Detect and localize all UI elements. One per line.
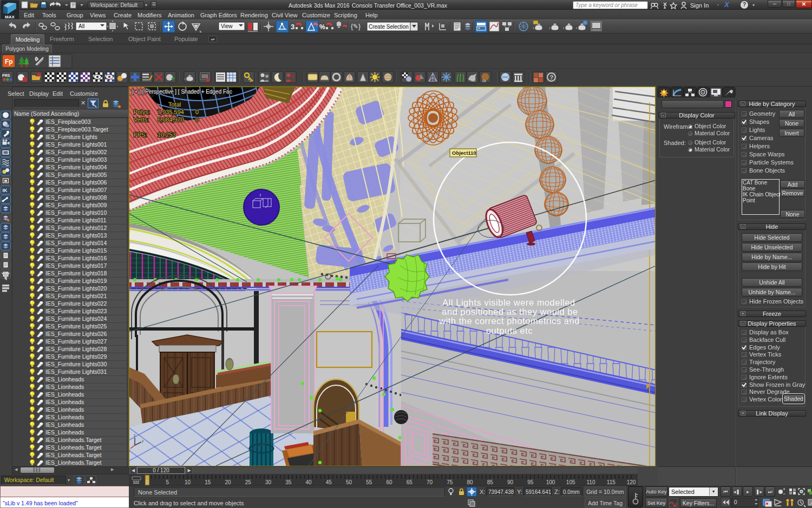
svg-text:90: 90 bbox=[507, 479, 514, 485]
svg-text:All: All bbox=[78, 23, 84, 29]
svg-text:{✎}: {✎} bbox=[351, 23, 361, 30]
svg-text:50: 50 bbox=[346, 479, 352, 485]
svg-text:60: 60 bbox=[386, 479, 392, 485]
svg-text:IK: IK bbox=[3, 188, 8, 193]
svg-text:70: 70 bbox=[427, 479, 433, 485]
svg-text:120: 120 bbox=[627, 479, 636, 485]
svg-text:and positioned as they would b: and positioned as they would be bbox=[442, 307, 578, 316]
svg-text:115: 115 bbox=[607, 479, 615, 485]
svg-text:?: ? bbox=[550, 74, 554, 81]
svg-text:0: 0 bbox=[195, 109, 199, 115]
svg-text:Create Selection Se: Create Selection Se bbox=[369, 24, 417, 30]
svg-text:0: 0 bbox=[146, 479, 149, 485]
svg-text:65: 65 bbox=[407, 479, 413, 485]
svg-text:45: 45 bbox=[326, 479, 332, 485]
svg-text:100: 100 bbox=[546, 479, 555, 485]
svg-text:PRS: PRS bbox=[2, 74, 10, 77]
svg-text:y: y bbox=[142, 439, 144, 443]
svg-text:MAX: MAX bbox=[5, 15, 15, 19]
svg-text:30: 30 bbox=[265, 479, 272, 485]
svg-text:outputs etc: outputs etc bbox=[486, 326, 533, 335]
svg-text:5: 5 bbox=[166, 479, 169, 485]
svg-text:105: 105 bbox=[566, 479, 575, 485]
svg-text:All Lights visible were modell: All Lights visible were modelled bbox=[442, 298, 575, 307]
svg-text:0: 0 bbox=[734, 499, 737, 505]
svg-text:20: 20 bbox=[225, 479, 231, 485]
svg-text:10: 10 bbox=[185, 479, 191, 485]
svg-text:10.253: 10.253 bbox=[158, 131, 176, 138]
svg-text:0: 0 bbox=[195, 116, 199, 123]
svg-text:40: 40 bbox=[305, 479, 312, 485]
svg-text:View: View bbox=[221, 23, 233, 29]
svg-text:z: z bbox=[134, 433, 136, 437]
svg-text:95: 95 bbox=[527, 479, 534, 485]
svg-text:Object110: Object110 bbox=[452, 150, 476, 156]
svg-text:Total: Total bbox=[168, 101, 181, 108]
svg-text:Verts:: Verts: bbox=[134, 116, 149, 123]
svg-text:Polys:: Polys: bbox=[134, 109, 150, 115]
svg-text:75: 75 bbox=[447, 479, 453, 485]
svg-text:55: 55 bbox=[366, 479, 372, 485]
svg-text:with the correct photometrics: with the correct photometrics and bbox=[438, 316, 580, 326]
svg-text:Fp: Fp bbox=[5, 58, 13, 65]
svg-text:15: 15 bbox=[205, 479, 211, 485]
svg-text:85: 85 bbox=[487, 479, 494, 485]
svg-text:110: 110 bbox=[587, 479, 595, 485]
svg-text:3: 3 bbox=[291, 23, 294, 31]
svg-text:%: % bbox=[319, 23, 325, 31]
svg-text:0x: 0x bbox=[482, 79, 487, 83]
svg-text:6,084,970: 6,084,970 bbox=[158, 116, 184, 123]
svg-text:[ + ] [ Perspective ] [ Shaded: [ + ] [ Perspective ] [ Shaded + Edged F… bbox=[132, 89, 232, 95]
svg-text:35: 35 bbox=[285, 479, 292, 485]
svg-text:25: 25 bbox=[245, 479, 252, 485]
svg-text:FPS:: FPS: bbox=[134, 131, 147, 138]
svg-text:80: 80 bbox=[467, 479, 473, 485]
svg-text:HF: HF bbox=[472, 79, 476, 82]
svg-text:7,935,594: 7,935,594 bbox=[158, 109, 184, 115]
